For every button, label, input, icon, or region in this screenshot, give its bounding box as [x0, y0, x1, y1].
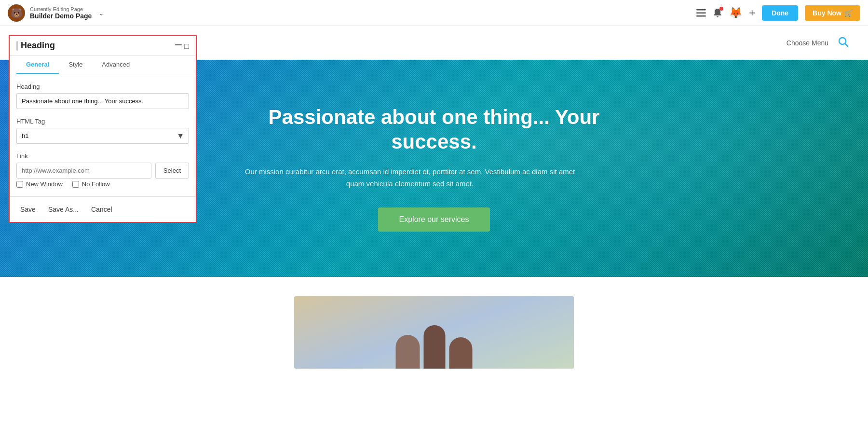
person-2: [424, 325, 446, 369]
menu-lines-button[interactable]: [696, 9, 706, 17]
link-field-group: Link Select New Window No Follow: [16, 152, 189, 188]
tab-advanced[interactable]: Advanced: [92, 56, 139, 74]
hero-cta-button[interactable]: Explore our services: [378, 207, 490, 232]
link-input[interactable]: [16, 163, 151, 179]
tab-style[interactable]: Style: [59, 56, 92, 74]
svg-rect-0: [696, 9, 706, 11]
html-tag-select[interactable]: h1 h2 h3 h4 h5 h6 p div span: [16, 128, 189, 144]
avatar-button[interactable]: 🦊: [729, 7, 742, 19]
notification-dot: [719, 7, 723, 11]
main-area: Choose Menu Passionate about one thing..…: [0, 26, 868, 427]
add-button[interactable]: +: [749, 7, 755, 19]
topbar-title-block: Currently Editing Page Builder Demo Page: [30, 6, 92, 20]
no-follow-checkbox-label[interactable]: No Follow: [72, 180, 110, 188]
currently-editing-label: Currently Editing Page: [30, 6, 92, 12]
page-dropdown-chevron[interactable]: ⌄: [98, 9, 104, 17]
svg-rect-1: [696, 12, 706, 14]
close-icon: [175, 41, 182, 49]
heading-input[interactable]: [16, 93, 189, 109]
people-image: [294, 296, 574, 369]
choose-menu-link[interactable]: Choose Menu: [787, 39, 828, 47]
person-3: [449, 337, 473, 369]
new-window-checkbox[interactable]: [16, 181, 23, 188]
new-window-checkbox-label[interactable]: New Window: [16, 180, 63, 188]
cart-icon: 🛒: [844, 9, 853, 17]
html-tag-field-label: HTML Tag: [16, 118, 189, 125]
panel-header: Heading □: [10, 36, 196, 56]
hero-subtext: Our mission curabitur arcu erat, accumsa…: [241, 165, 579, 190]
link-select-button[interactable]: Select: [155, 163, 189, 179]
below-hero-section: [0, 277, 868, 388]
title-bar-decoration: [16, 41, 18, 51]
site-nav: Choose Menu: [787, 36, 849, 50]
heading-field-label: Heading: [16, 83, 189, 90]
panel-body: Heading HTML Tag h1 h2 h3 h4 h5 h6 p div: [10, 74, 196, 196]
save-as-button[interactable]: Save As...: [44, 204, 82, 215]
tab-general[interactable]: General: [16, 56, 59, 74]
no-follow-checkbox[interactable]: [72, 181, 79, 188]
topbar-right: 🦊 + Done Buy Now 🛒: [696, 5, 860, 21]
html-tag-field-group: HTML Tag h1 h2 h3 h4 h5 h6 p div span ▼: [16, 118, 189, 144]
buy-now-button[interactable]: Buy Now 🛒: [805, 5, 860, 21]
panel-title: Heading: [16, 41, 55, 51]
topbar-left: 🐻 Currently Editing Page Builder Demo Pa…: [8, 4, 104, 22]
heading-panel: Heading □ General Style Advanced Heading: [9, 35, 197, 223]
person-1: [396, 335, 420, 369]
done-button[interactable]: Done: [762, 5, 798, 21]
below-hero-image: [294, 296, 574, 369]
page-name: Builder Demo Page: [30, 12, 92, 20]
save-button[interactable]: Save: [16, 204, 40, 215]
cancel-button[interactable]: Cancel: [87, 204, 116, 215]
logo-icon: 🐻: [8, 4, 25, 22]
menu-lines-icon: [696, 9, 706, 17]
html-tag-select-wrapper: h1 h2 h3 h4 h5 h6 p div span ▼: [16, 128, 189, 144]
hero-heading: Passionate about one thing... Your succe…: [241, 105, 627, 154]
people-silhouette: [396, 325, 473, 369]
checkbox-row: New Window No Follow: [16, 180, 189, 188]
link-row: Select: [16, 163, 189, 179]
svg-rect-5: [175, 44, 182, 45]
svg-line-4: [845, 43, 848, 46]
link-field-label: Link: [16, 152, 189, 160]
panel-tabs: General Style Advanced: [10, 56, 196, 74]
panel-footer: Save Save As... Cancel: [10, 196, 196, 222]
hero-content: Passionate about one thing... Your succe…: [241, 105, 627, 232]
svg-rect-2: [696, 15, 706, 17]
topbar: 🐻 Currently Editing Page Builder Demo Pa…: [0, 0, 868, 26]
site-search-icon[interactable]: [837, 36, 849, 50]
notification-button[interactable]: [713, 8, 722, 18]
heading-field-group: Heading: [16, 83, 189, 109]
panel-close-button[interactable]: □: [175, 41, 189, 51]
